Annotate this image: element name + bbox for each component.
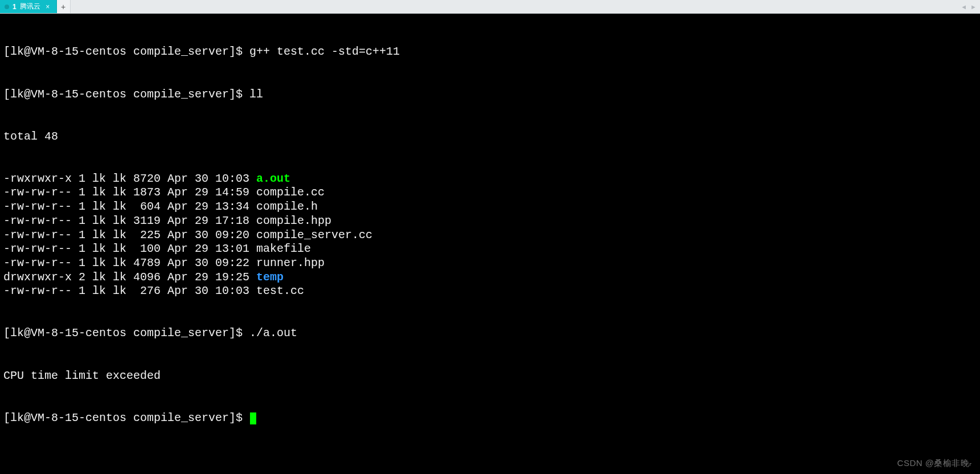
file-name: compile.h — [256, 200, 318, 213]
file-meta: -rw-rw-r-- 1 lk lk 1873 Apr 29 14:59 — [3, 186, 256, 199]
file-listing-row: -rw-rw-r-- 1 lk lk 4789 Apr 30 09:22 run… — [3, 256, 977, 271]
file-listing-row: -rw-rw-r-- 1 lk lk 1873 Apr 29 14:59 com… — [3, 186, 977, 200]
tab-status-dot — [5, 5, 9, 9]
file-name: compile.cc — [256, 186, 325, 199]
file-meta: -rw-rw-r-- 1 lk lk 276 Apr 30 10:03 — [3, 284, 256, 297]
file-name: compile_server.cc — [256, 228, 372, 242]
terminal-output: total 48 — [3, 130, 977, 144]
file-meta: drwxrwxr-x 2 lk lk 4096 Apr 29 19:25 — [3, 271, 256, 284]
watermark: CSDN @桑榆非晚ᵣ — [897, 456, 972, 471]
prompt: [lk@VM-8-15-centos compile_server]$ — [3, 326, 249, 340]
command-text: g++ test.cc -std=c++11 — [249, 45, 400, 58]
file-listing-row: -rw-rw-r-- 1 lk lk 3119 Apr 29 17:18 com… — [3, 214, 977, 228]
command-text: ll — [249, 88, 263, 101]
file-name: compile.hpp — [256, 214, 331, 227]
file-name: temp — [256, 271, 284, 284]
file-meta: -rw-rw-r-- 1 lk lk 225 Apr 30 09:20 — [3, 228, 256, 242]
tab-index: 1 — [13, 3, 17, 11]
file-meta: -rw-rw-r-- 1 lk lk 100 Apr 29 13:01 — [3, 242, 256, 255]
file-listing-row: drwxrwxr-x 2 lk lk 4096 Apr 29 19:25 tem… — [3, 271, 977, 285]
prompt: [lk@VM-8-15-centos compile_server]$ — [3, 88, 249, 101]
file-name: a.out — [256, 172, 290, 185]
file-meta: -rw-rw-r-- 1 lk lk 3119 Apr 29 17:18 — [3, 214, 256, 227]
tab-nav: ◄ ► — [960, 0, 978, 13]
terminal-output: CPU time limit exceeded — [3, 369, 977, 383]
file-name: test.cc — [256, 284, 304, 297]
file-meta: -rwxrwxr-x 1 lk lk 8720 Apr 30 10:03 — [3, 172, 256, 185]
file-name: makefile — [256, 242, 311, 255]
file-meta: -rw-rw-r-- 1 lk lk 4789 Apr 30 09:22 — [3, 256, 256, 269]
file-listing-row: -rw-rw-r-- 1 lk lk 225 Apr 30 09:20 comp… — [3, 228, 977, 243]
close-icon[interactable]: × — [44, 3, 52, 11]
file-listing-row: -rw-rw-r-- 1 lk lk 604 Apr 29 13:34 comp… — [3, 200, 977, 214]
file-name: runner.hpp — [256, 256, 325, 269]
file-listing-row: -rw-rw-r-- 1 lk lk 276 Apr 30 10:03 test… — [3, 284, 977, 299]
add-tab-button[interactable]: + — [57, 0, 71, 13]
terminal-line: [lk@VM-8-15-centos compile_server]$ ./a.… — [3, 326, 977, 341]
tab-next-icon[interactable]: ► — [969, 3, 978, 10]
file-listing-row: -rwxrwxr-x 1 lk lk 8720 Apr 30 10:03 a.o… — [3, 172, 977, 186]
prompt: [lk@VM-8-15-centos compile_server]$ — [3, 45, 249, 58]
tab-active[interactable]: 1 腾讯云 × — [0, 0, 57, 13]
file-listing-row: -rw-rw-r-- 1 lk lk 100 Apr 29 13:01 make… — [3, 242, 977, 256]
tab-prev-icon[interactable]: ◄ — [960, 3, 968, 10]
terminal[interactable]: [lk@VM-8-15-centos compile_server]$ g++ … — [0, 14, 980, 474]
terminal-line: [lk@VM-8-15-centos compile_server]$ g++ … — [3, 45, 977, 59]
command-text: ./a.out — [249, 326, 297, 340]
tab-title: 腾讯云 — [20, 2, 40, 11]
tab-bar: 1 腾讯云 × + ◄ ► — [0, 0, 980, 14]
terminal-line: [lk@VM-8-15-centos compile_server]$ ll — [3, 88, 977, 102]
cursor-block — [250, 412, 256, 424]
prompt: [lk@VM-8-15-centos compile_server]$ — [3, 411, 249, 424]
terminal-line: [lk@VM-8-15-centos compile_server]$ — [3, 411, 977, 426]
file-meta: -rw-rw-r-- 1 lk lk 604 Apr 29 13:34 — [3, 200, 256, 213]
